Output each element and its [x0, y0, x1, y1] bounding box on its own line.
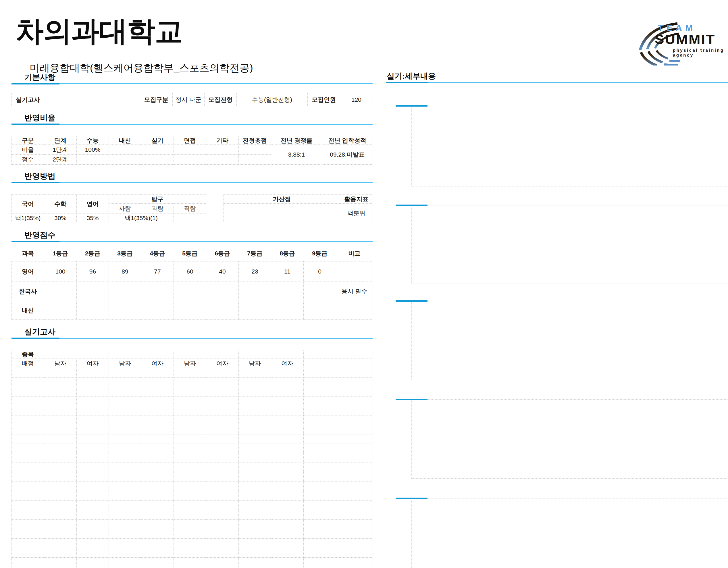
subject-label: 내신: [12, 301, 44, 319]
empty-cell: [336, 444, 373, 453]
empty-cell: [44, 387, 77, 396]
ratio-cell: [77, 155, 109, 165]
empty-cell: [336, 425, 373, 434]
empty-cell: [206, 529, 239, 539]
prev-competition-value: 3.88:1: [271, 145, 322, 165]
empty-cell: [271, 463, 304, 472]
empty-cell: [304, 482, 336, 491]
score-cell: [206, 301, 239, 319]
column-header: 2등급: [77, 246, 109, 261]
column-header: 비고: [336, 246, 373, 261]
column-header: 기타: [206, 136, 239, 145]
empty-cell: [206, 425, 239, 434]
empty-cell: [174, 434, 206, 444]
empty-cell: [77, 453, 109, 463]
empty-cell: [12, 378, 44, 387]
practical-empty-row: [12, 444, 373, 453]
empty-cell: [12, 434, 44, 444]
empty-cell: [109, 548, 141, 558]
section-basic-header: 기본사항: [11, 72, 373, 84]
score-cell: [44, 282, 77, 301]
score-cell: 96: [77, 261, 109, 282]
empty-cell: [141, 567, 174, 568]
empty-cell: [109, 453, 141, 463]
empty-cell: [206, 434, 239, 444]
empty-cell: [336, 378, 373, 387]
empty-cell: [271, 482, 304, 491]
empty-cell: [206, 567, 239, 568]
practical-empty-row: [12, 406, 373, 415]
empty-cell: [77, 510, 109, 520]
event-cell: [44, 350, 109, 359]
empty-cell: [239, 406, 271, 415]
event-cell: [336, 350, 373, 359]
empty-cell: [109, 406, 141, 415]
score-cell: 0: [304, 261, 336, 282]
empty-cell: [174, 387, 206, 396]
basic-info-row: 실기고사 모집구분 정시 다군 모집전형 수능(일반전형) 모집인원 120: [12, 93, 373, 106]
bonus-header-row: 가산점 활용지표: [224, 195, 373, 204]
empty-cell: [336, 491, 373, 501]
empty-cell: [206, 482, 239, 491]
empty-cell: [174, 453, 206, 463]
empty-cell: [304, 434, 336, 444]
empty-cell: [271, 472, 304, 482]
empty-cell: [239, 453, 271, 463]
empty-cell: [271, 425, 304, 434]
empty-cell: [239, 415, 271, 425]
empty-cell: [239, 567, 271, 568]
event-cell: [174, 350, 239, 359]
gender-header: 여자: [141, 359, 174, 368]
empty-cell: [141, 558, 174, 567]
empty-cell: [12, 368, 44, 378]
score-cell: [304, 301, 336, 319]
empty-cell: [239, 444, 271, 453]
university-title: 차의과대학교: [16, 15, 183, 47]
empty-cell: [77, 501, 109, 510]
empty-cell: [174, 444, 206, 453]
empty-cell: [44, 415, 77, 425]
column-header: 수능: [77, 136, 109, 145]
detail-box: [411, 498, 728, 568]
empty-cell: [44, 463, 77, 472]
empty-cell: [44, 406, 77, 415]
empty-cell: [174, 501, 206, 510]
empty-cell: [12, 472, 44, 482]
field-value: 수능(일반전형): [237, 93, 308, 106]
practical-empty-row: [12, 472, 373, 482]
score-cell: [271, 301, 304, 319]
empty-cell: [77, 548, 109, 558]
empty-cell: [44, 444, 77, 453]
empty-cell: [12, 501, 44, 510]
empty-cell: [44, 472, 77, 482]
empty-cell: [109, 378, 141, 387]
section-rule: [11, 182, 373, 183]
empty-cell: [206, 558, 239, 567]
indicator-value: 백분위: [340, 204, 373, 223]
score-cell: [271, 282, 304, 301]
practical-empty-row: [12, 453, 373, 463]
empty-cell: [109, 444, 141, 453]
empty-cell: [304, 415, 336, 425]
empty-cell: [206, 463, 239, 472]
section-rule: [11, 124, 373, 125]
korean-value: 택1(35%): [12, 213, 44, 223]
empty-cell: [271, 501, 304, 510]
score-cell: [174, 301, 206, 319]
empty-cell: [239, 548, 271, 558]
empty-cell: [304, 463, 336, 472]
empty-cell: [44, 453, 77, 463]
empty-cell: [336, 510, 373, 520]
ratio-cell: 100%: [77, 145, 109, 155]
subject-label: 한국사: [12, 282, 44, 301]
empty-cell: [44, 93, 140, 106]
rule-light: [59, 338, 373, 339]
empty-cell: [239, 529, 271, 539]
score-cell: [141, 282, 174, 301]
empty-cell: [271, 453, 304, 463]
score-cell: 11: [271, 261, 304, 282]
empty-cell: [44, 558, 77, 567]
empty-cell: [239, 482, 271, 491]
column-header: 7등급: [239, 246, 271, 261]
empty-cell: [12, 396, 44, 406]
